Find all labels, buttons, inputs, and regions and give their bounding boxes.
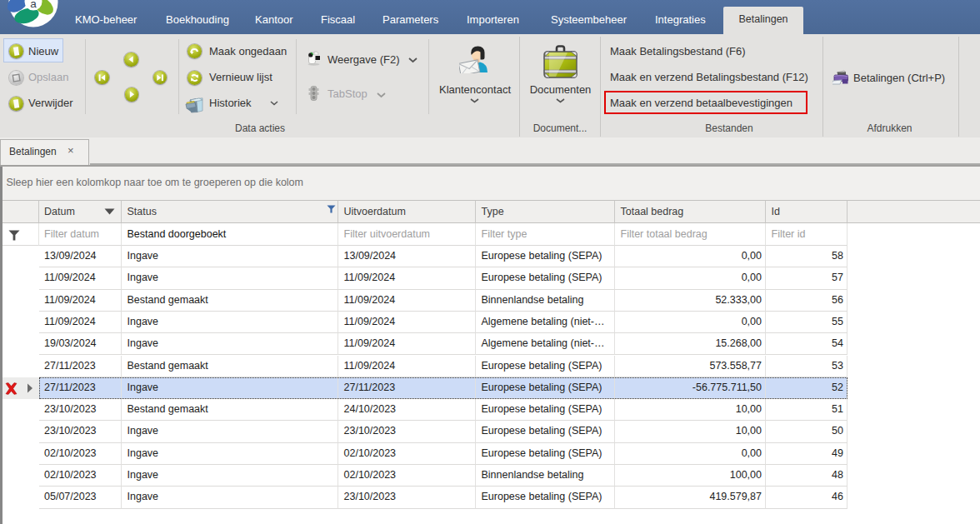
svg-text:a: a xyxy=(30,0,37,10)
